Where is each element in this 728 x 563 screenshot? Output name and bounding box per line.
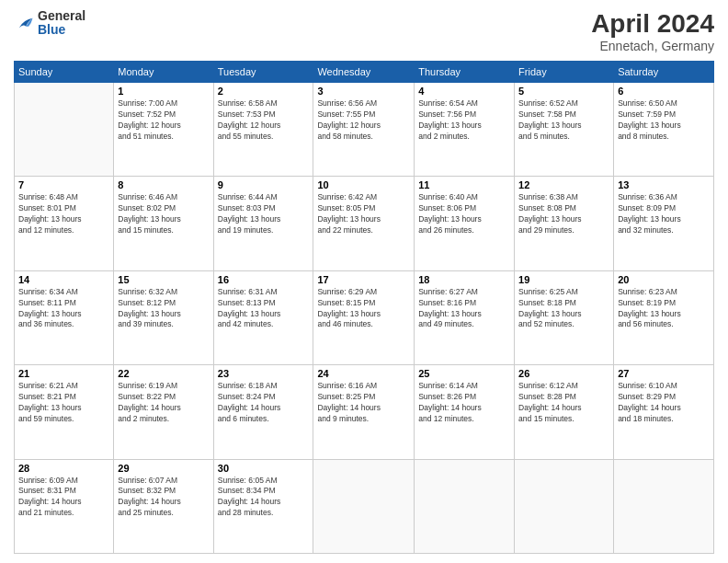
title-block: April 2024 Ennetach, Germany [591,9,714,53]
calendar-cell: 27Sunrise: 6:10 AMSunset: 8:29 PMDayligh… [614,365,714,459]
day-info: Sunrise: 6:23 AMSunset: 8:19 PMDaylight:… [618,287,710,331]
day-number: 5 [518,86,609,97]
day-number: 19 [518,274,609,285]
day-info: Sunrise: 6:44 AMSunset: 8:03 PMDaylight:… [218,192,310,236]
day-info: Sunrise: 6:18 AMSunset: 8:24 PMDaylight:… [218,381,310,425]
day-number: 18 [418,274,510,285]
day-info: Sunrise: 6:40 AMSunset: 8:06 PMDaylight:… [418,192,510,236]
day-info: Sunrise: 6:19 AMSunset: 8:22 PMDaylight:… [118,381,209,425]
calendar-cell [415,459,515,553]
day-info: Sunrise: 6:21 AMSunset: 8:21 PMDaylight:… [18,381,109,425]
day-number: 4 [418,86,510,97]
calendar-cell: 30Sunrise: 6:05 AMSunset: 8:34 PMDayligh… [213,459,313,553]
day-info: Sunrise: 6:31 AMSunset: 8:13 PMDaylight:… [218,287,310,331]
day-number: 17 [317,274,410,285]
day-info: Sunrise: 6:05 AMSunset: 8:34 PMDaylight:… [218,476,310,520]
location: Ennetach, Germany [591,39,714,53]
day-number: 30 [218,463,310,474]
calendar-cell: 11Sunrise: 6:40 AMSunset: 8:06 PMDayligh… [415,177,515,270]
col-thursday: Thursday [415,62,515,83]
day-info: Sunrise: 6:58 AMSunset: 7:53 PMDaylight:… [218,98,310,143]
day-number: 20 [618,274,710,285]
day-info: Sunrise: 7:00 AMSunset: 7:52 PMDaylight:… [118,98,209,143]
calendar-cell: 25Sunrise: 6:14 AMSunset: 8:26 PMDayligh… [415,365,515,459]
day-number: 13 [618,179,710,190]
calendar-cell: 14Sunrise: 6:34 AMSunset: 8:11 PMDayligh… [15,270,114,364]
day-number: 23 [218,368,310,379]
col-friday: Friday [515,62,614,83]
logo-bird-icon [14,13,34,33]
day-number: 7 [18,179,109,190]
week-row-4: 21Sunrise: 6:21 AMSunset: 8:21 PMDayligh… [15,365,714,459]
calendar-cell [15,83,114,177]
day-number: 22 [118,368,209,379]
day-info: Sunrise: 6:14 AMSunset: 8:26 PMDaylight:… [418,381,510,425]
col-sunday: Sunday [15,62,114,83]
week-row-1: 1Sunrise: 7:00 AMSunset: 7:52 PMDaylight… [15,83,714,177]
day-info: Sunrise: 6:29 AMSunset: 8:15 PMDaylight:… [317,287,410,331]
calendar-cell: 4Sunrise: 6:54 AMSunset: 7:56 PMDaylight… [415,83,515,177]
col-tuesday: Tuesday [213,62,313,83]
calendar-cell: 5Sunrise: 6:52 AMSunset: 7:58 PMDaylight… [515,83,614,177]
day-number: 10 [317,179,410,190]
calendar-cell: 2Sunrise: 6:58 AMSunset: 7:53 PMDaylight… [213,83,313,177]
col-saturday: Saturday [614,62,714,83]
header: General Blue April 2024 Ennetach, German… [14,9,714,53]
logo-general: General [38,9,85,23]
day-number: 3 [317,86,410,97]
calendar-cell: 18Sunrise: 6:27 AMSunset: 8:16 PMDayligh… [415,270,515,364]
calendar-cell: 8Sunrise: 6:46 AMSunset: 8:02 PMDaylight… [114,177,213,270]
day-info: Sunrise: 6:52 AMSunset: 7:58 PMDaylight:… [518,98,609,143]
logo: General Blue [14,9,85,38]
day-number: 26 [518,368,609,379]
day-number: 14 [18,274,109,285]
calendar-cell: 23Sunrise: 6:18 AMSunset: 8:24 PMDayligh… [213,365,313,459]
day-number: 9 [218,179,310,190]
calendar-table: Sunday Monday Tuesday Wednesday Thursday… [14,61,714,554]
day-info: Sunrise: 6:56 AMSunset: 7:55 PMDaylight:… [317,98,410,143]
day-number: 21 [18,368,109,379]
day-number: 12 [518,179,609,190]
day-info: Sunrise: 6:42 AMSunset: 8:05 PMDaylight:… [317,192,410,236]
day-info: Sunrise: 6:48 AMSunset: 8:01 PMDaylight:… [18,192,109,236]
day-number: 24 [317,368,410,379]
calendar-cell [614,459,714,553]
day-info: Sunrise: 6:07 AMSunset: 8:32 PMDaylight:… [118,476,209,520]
calendar-cell [313,459,415,553]
week-row-5: 28Sunrise: 6:09 AMSunset: 8:31 PMDayligh… [15,459,714,553]
day-info: Sunrise: 6:10 AMSunset: 8:29 PMDaylight:… [618,381,710,425]
calendar-cell: 16Sunrise: 6:31 AMSunset: 8:13 PMDayligh… [213,270,313,364]
calendar-cell: 17Sunrise: 6:29 AMSunset: 8:15 PMDayligh… [313,270,415,364]
col-monday: Monday [114,62,213,83]
week-row-2: 7Sunrise: 6:48 AMSunset: 8:01 PMDaylight… [15,177,714,270]
day-info: Sunrise: 6:38 AMSunset: 8:08 PMDaylight:… [518,192,609,236]
day-number: 11 [418,179,510,190]
calendar-cell: 19Sunrise: 6:25 AMSunset: 8:18 PMDayligh… [515,270,614,364]
day-number: 29 [118,463,209,474]
calendar-header-row: Sunday Monday Tuesday Wednesday Thursday… [15,62,714,83]
calendar-cell: 9Sunrise: 6:44 AMSunset: 8:03 PMDaylight… [213,177,313,270]
calendar-cell: 24Sunrise: 6:16 AMSunset: 8:25 PMDayligh… [313,365,415,459]
day-info: Sunrise: 6:25 AMSunset: 8:18 PMDaylight:… [518,287,609,331]
calendar-cell: 22Sunrise: 6:19 AMSunset: 8:22 PMDayligh… [114,365,213,459]
calendar-cell: 15Sunrise: 6:32 AMSunset: 8:12 PMDayligh… [114,270,213,364]
day-number: 2 [218,86,310,97]
calendar-cell: 10Sunrise: 6:42 AMSunset: 8:05 PMDayligh… [313,177,415,270]
day-number: 8 [118,179,209,190]
day-info: Sunrise: 6:36 AMSunset: 8:09 PMDaylight:… [618,192,710,236]
calendar-cell: 28Sunrise: 6:09 AMSunset: 8:31 PMDayligh… [15,459,114,553]
day-number: 16 [218,274,310,285]
week-row-3: 14Sunrise: 6:34 AMSunset: 8:11 PMDayligh… [15,270,714,364]
calendar-cell: 6Sunrise: 6:50 AMSunset: 7:59 PMDaylight… [614,83,714,177]
day-number: 25 [418,368,510,379]
day-info: Sunrise: 6:12 AMSunset: 8:28 PMDaylight:… [518,381,609,425]
day-number: 6 [618,86,710,97]
calendar-cell: 3Sunrise: 6:56 AMSunset: 7:55 PMDaylight… [313,83,415,177]
day-info: Sunrise: 6:54 AMSunset: 7:56 PMDaylight:… [418,98,510,143]
month-title: April 2024 [591,9,714,39]
calendar-cell: 12Sunrise: 6:38 AMSunset: 8:08 PMDayligh… [515,177,614,270]
day-info: Sunrise: 6:34 AMSunset: 8:11 PMDaylight:… [18,287,109,331]
calendar-page: General Blue April 2024 Ennetach, German… [0,0,728,563]
calendar-cell [515,459,614,553]
logo-text: General Blue [38,9,85,38]
